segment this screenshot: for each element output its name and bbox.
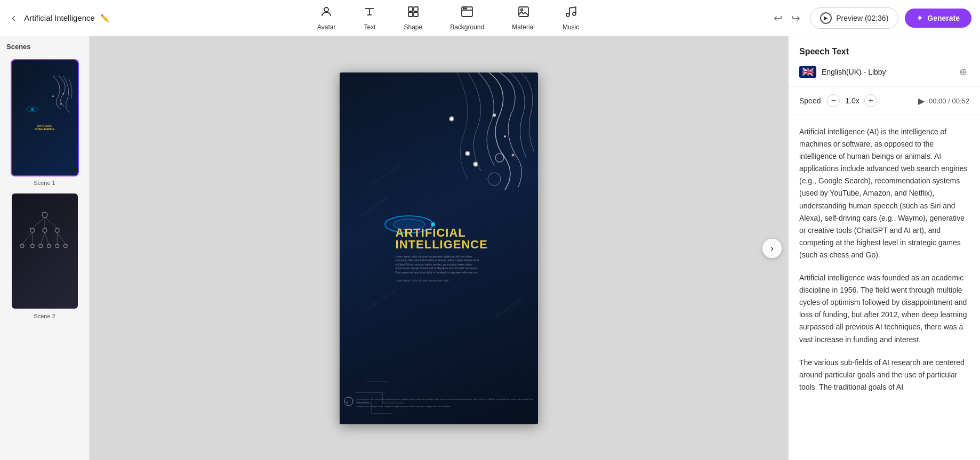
svg-text:Adobe Stock: Adobe Stock: [494, 294, 525, 319]
canvas-ai-title-line2: INTELLIGENCE: [396, 239, 502, 251]
edit-icon[interactable]: ✏️: [100, 14, 109, 22]
preview-label: Preview (02:36): [836, 14, 888, 22]
svg-point-14: [566, 13, 569, 17]
music-label: Music: [563, 23, 579, 31]
control-point-3[interactable]: [473, 162, 478, 167]
svg-point-10: [463, 8, 464, 9]
play-button[interactable]: ▶: [918, 96, 925, 106]
scene-item-1[interactable]: ARTIFICIALINTELLIGENCE Scene 1: [4, 59, 85, 186]
redo-button[interactable]: ↪: [788, 9, 804, 28]
background-label: Background: [450, 23, 484, 31]
canvas-next-button[interactable]: ›: [762, 239, 782, 258]
speech-paragraph-3: The various sub-fields of AI research ar…: [799, 357, 969, 393]
speech-text-label: Speech Text: [799, 47, 969, 57]
toolbar-center: Avatar Text Shape: [126, 2, 770, 34]
project-title: Artificial Intelligence: [24, 13, 95, 22]
svg-point-46: [512, 154, 515, 156]
svg-line-34: [22, 232, 32, 244]
play-row: ▶ 00:00 / 00:52: [918, 96, 969, 106]
svg-text:model: model: [43, 227, 47, 229]
svg-point-45: [504, 135, 506, 138]
svg-point-0: [324, 7, 328, 12]
svg-point-29: [30, 244, 34, 248]
canvas-bottom-bar: V Lorem ipsum odio, varius nibh accumsan…: [344, 397, 534, 408]
svg-text:optim: optim: [55, 227, 59, 229]
text-label: Text: [364, 23, 375, 31]
canvas-area: ›: [90, 36, 788, 460]
current-time: 00:00: [929, 97, 946, 105]
svg-rect-6: [408, 12, 413, 17]
canvas-logo: V: [344, 397, 354, 408]
undo-redo-group: ↩ ↪: [770, 9, 804, 28]
shape-icon: [407, 5, 420, 21]
tool-text[interactable]: Text: [358, 2, 381, 34]
avatar-icon: [320, 5, 333, 21]
tool-background[interactable]: Background: [445, 2, 489, 34]
canvas-background: Adobe Stock Adobe Stock Adobe Stock Adob…: [340, 72, 538, 424]
scenes-label: Scenes: [4, 43, 85, 53]
svg-text:Adobe Stock: Adobe Stock: [365, 287, 396, 312]
avatar-label: Avatar: [317, 23, 335, 31]
svg-text:Adobe Stock: Adobe Stock: [370, 162, 401, 186]
generate-label: Generate: [927, 14, 960, 22]
speed-value: 1.0x: [844, 96, 860, 105]
voice-name: English(UK) - Libby: [822, 68, 952, 76]
svg-point-32: [55, 244, 59, 248]
svg-point-16: [52, 95, 54, 97]
scene2-name: Scene 2: [34, 313, 55, 319]
scene2-thumbnail: node clust model optim: [12, 193, 78, 309]
svg-line-27: [45, 217, 57, 228]
preview-button[interactable]: ▶ Preview (02:36): [810, 7, 898, 29]
svg-rect-5: [414, 7, 418, 11]
svg-line-39: [57, 232, 66, 244]
svg-point-31: [47, 244, 51, 248]
control-point-2[interactable]: [465, 151, 470, 156]
scene-thumb-2[interactable]: node clust model optim: [11, 192, 79, 310]
speech-paragraph-1: Artificial intelligence (AI) is the inte…: [799, 126, 969, 261]
svg-point-18: [62, 93, 64, 94]
back-button[interactable]: ‹: [9, 9, 19, 27]
main-area: Scenes ARTI: [0, 36, 980, 460]
generate-button[interactable]: ✦ Generate: [905, 9, 971, 28]
tool-avatar[interactable]: Avatar: [312, 2, 341, 34]
voice-selector: English(UK) - Libby ⊕: [799, 64, 969, 80]
svg-point-15: [573, 12, 576, 15]
toolbar-right: ↩ ↪ ▶ Preview (02:36) ✦ Generate: [770, 7, 971, 29]
svg-point-30: [38, 244, 42, 248]
generate-icon: ✦: [917, 14, 923, 22]
svg-rect-4: [408, 7, 413, 11]
material-label: Material: [512, 23, 535, 31]
undo-button[interactable]: ↩: [770, 9, 786, 28]
svg-point-33: [63, 244, 67, 248]
canvas-frame: Adobe Stock Adobe Stock Adobe Stock Adob…: [340, 72, 538, 424]
scenes-sidebar: Scenes ARTI: [0, 36, 90, 460]
speed-row: Speed − 1.0x + ▶ 00:00 / 00:52: [789, 87, 980, 115]
speed-control: − 1.0x +: [827, 94, 877, 107]
shape-label: Shape: [404, 23, 422, 31]
voice-more-button[interactable]: ⊕: [957, 64, 969, 80]
speed-decrease-button[interactable]: −: [827, 94, 840, 107]
tool-material[interactable]: Material: [507, 2, 540, 34]
tool-shape[interactable]: Shape: [398, 2, 428, 34]
text-icon: [363, 5, 376, 21]
svg-point-28: [20, 244, 23, 248]
toolbar-left: ‹ Artificial Intelligence ✏️: [9, 9, 126, 27]
toolbar: ‹ Artificial Intelligence ✏️ Avatar: [0, 0, 980, 36]
canvas-bottom-text-1: Lorem ipsum odio, varius nibh accumsan n…: [357, 398, 534, 404]
scene-thumb-1[interactable]: ARTIFICIALINTELLIGENCE: [11, 59, 79, 176]
speed-increase-button[interactable]: +: [864, 94, 877, 107]
svg-point-47: [495, 154, 504, 162]
canvas-body-text: Lorem ipsum dolor sit amet, consectetur …: [396, 255, 481, 275]
canvas-bottom-text: Lorem ipsum odio, varius nibh accumsan n…: [357, 398, 534, 408]
flag-icon: [799, 66, 816, 78]
scene-item-2[interactable]: node clust model optim Scene 2: [4, 192, 85, 319]
svg-point-20: [30, 108, 34, 111]
right-panel-header: Speech Text English(UK) - Libby ⊕: [789, 36, 980, 87]
tool-music[interactable]: Music: [557, 2, 584, 34]
preview-play-icon: ▶: [820, 12, 832, 24]
svg-rect-7: [414, 12, 418, 17]
control-point-1[interactable]: [449, 116, 454, 122]
material-icon: [517, 5, 530, 21]
scene1-thumbnail: ARTIFICIALINTELLIGENCE: [12, 60, 78, 175]
svg-point-44: [493, 114, 496, 117]
